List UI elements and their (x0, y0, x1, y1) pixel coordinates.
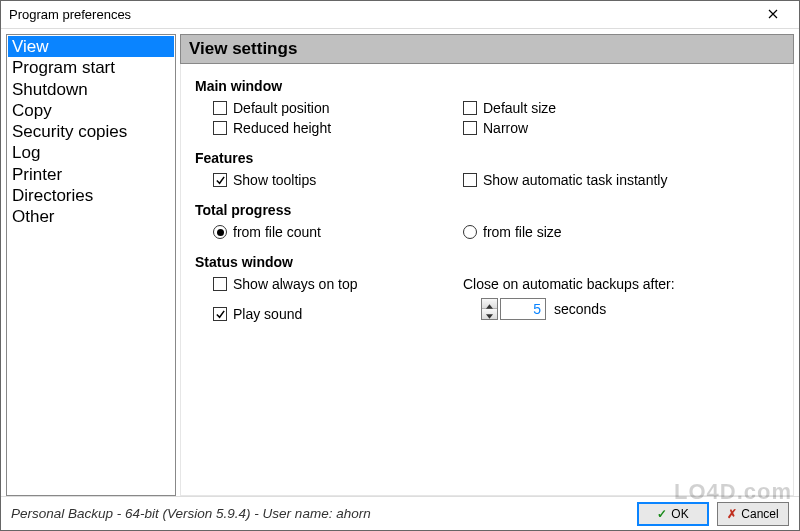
checkbox-default-size[interactable] (463, 101, 477, 115)
x-icon: ✗ (727, 507, 737, 521)
dialog-footer: Personal Backup - 64-bit (Version 5.9.4)… (1, 496, 799, 530)
chevron-down-icon (486, 306, 493, 322)
category-list[interactable]: View Program start Shutdown Copy Securit… (6, 34, 176, 496)
sidebar-item-label: Printer (12, 165, 62, 184)
checkbox-play-sound[interactable] (213, 307, 227, 321)
label-narrow: Narrow (483, 120, 528, 136)
close-icon (768, 7, 778, 22)
sidebar-item-program-start[interactable]: Program start (8, 57, 174, 78)
spinner-down-button[interactable] (482, 309, 497, 319)
panel-body: Main window Default position Default siz… (180, 64, 794, 496)
radio-from-file-count[interactable] (213, 225, 227, 239)
sidebar-item-label: Program start (12, 58, 115, 77)
status-text: Personal Backup - 64-bit (Version 5.9.4)… (11, 506, 629, 521)
window-title: Program preferences (9, 7, 753, 22)
sidebar-item-label: Shutdown (12, 80, 88, 99)
checkbox-show-tooltips[interactable] (213, 173, 227, 187)
radio-dot (217, 229, 224, 236)
ok-button[interactable]: ✓ OK (637, 502, 709, 526)
label-reduced-height: Reduced height (233, 120, 331, 136)
settings-panel: View settings Main window Default positi… (180, 34, 794, 496)
sidebar-item-label: Directories (12, 186, 93, 205)
ok-label: OK (671, 507, 688, 521)
sidebar-item-security-copies[interactable]: Security copies (8, 121, 174, 142)
checkbox-reduced-height[interactable] (213, 121, 227, 135)
preferences-window: Program preferences View Program start S… (0, 0, 800, 531)
sidebar-item-label: Security copies (12, 122, 127, 141)
dialog-body: View Program start Shutdown Copy Securit… (1, 29, 799, 496)
panel-title: View settings (180, 34, 794, 64)
spinner-buttons (481, 298, 498, 320)
checkbox-always-on-top[interactable] (213, 277, 227, 291)
label-default-size: Default size (483, 100, 556, 116)
sidebar-item-label: View (12, 37, 49, 56)
section-main-window: Main window (195, 78, 779, 94)
sidebar-item-label: Copy (12, 101, 52, 120)
checkbox-show-auto-task[interactable] (463, 173, 477, 187)
checkbox-default-position[interactable] (213, 101, 227, 115)
label-show-auto-task: Show automatic task instantly (483, 172, 667, 188)
sidebar-item-other[interactable]: Other (8, 206, 174, 227)
close-after-unit: seconds (554, 301, 606, 317)
radio-from-file-size[interactable] (463, 225, 477, 239)
close-after-stepper: seconds (481, 298, 606, 320)
label-play-sound: Play sound (233, 306, 302, 322)
check-icon: ✓ (657, 507, 667, 521)
section-features: Features (195, 150, 779, 166)
sidebar-item-label: Log (12, 143, 40, 162)
label-show-tooltips: Show tooltips (233, 172, 316, 188)
label-from-file-size: from file size (483, 224, 562, 240)
label-from-file-count: from file count (233, 224, 321, 240)
close-button[interactable] (753, 3, 793, 27)
sidebar-item-view[interactable]: View (8, 36, 174, 57)
sidebar-item-directories[interactable]: Directories (8, 185, 174, 206)
checkbox-narrow[interactable] (463, 121, 477, 135)
sidebar-item-copy[interactable]: Copy (8, 100, 174, 121)
cancel-button[interactable]: ✗ Cancel (717, 502, 789, 526)
label-always-on-top: Show always on top (233, 276, 358, 292)
sidebar-item-log[interactable]: Log (8, 142, 174, 163)
sidebar-item-shutdown[interactable]: Shutdown (8, 79, 174, 100)
sidebar-item-label: Other (12, 207, 55, 226)
sidebar-item-printer[interactable]: Printer (8, 164, 174, 185)
label-default-position: Default position (233, 100, 330, 116)
label-close-after: Close on automatic backups after: (463, 276, 675, 292)
cancel-label: Cancel (741, 507, 778, 521)
close-after-input[interactable] (500, 298, 546, 320)
section-status-window: Status window (195, 254, 779, 270)
title-bar: Program preferences (1, 1, 799, 29)
section-total-progress: Total progress (195, 202, 779, 218)
